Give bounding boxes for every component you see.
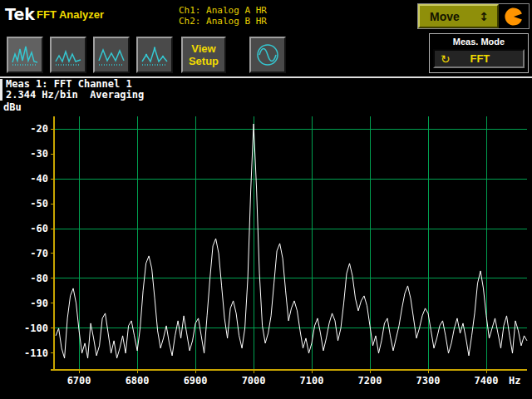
display-view-button-4[interactable] <box>136 37 173 73</box>
waveform-view-2-icon <box>54 43 82 66</box>
y-tick-label: -20 <box>30 123 48 135</box>
y-tick-label: -60 <box>30 223 48 234</box>
meas-mode-value: FFT <box>451 52 510 65</box>
view-setup-button[interactable]: View Setup <box>181 37 226 73</box>
x-tick-label: 7300 <box>416 375 441 387</box>
y-tick-label: -90 <box>30 298 48 309</box>
signal-source-button[interactable] <box>249 37 286 73</box>
x-tick-label: 7400 <box>475 375 499 387</box>
meas-mode-panel: Meas. Mode ↻ FFT <box>429 33 529 73</box>
ch2-label: Ch2: Analog B HR <box>179 16 267 27</box>
move-label: Move <box>430 10 479 23</box>
meas-mode-label: Meas. Mode <box>430 37 528 47</box>
x-tick-label: 7000 <box>242 375 266 387</box>
x-unit-label: Hz <box>509 375 520 387</box>
view-setup-label-line2: Setup <box>189 55 219 67</box>
cycle-icon: ↻ <box>441 53 451 65</box>
fft-analyzer-screen: Tek FFT Analyzer Ch1: Analog A HR Ch2: A… <box>0 0 532 399</box>
topbar: Tek FFT Analyzer Ch1: Analog A HR Ch2: A… <box>0 0 532 32</box>
measurement-header: Meas 1: FFT Channel 1 2.344 Hz/bin Avera… <box>0 79 144 101</box>
chart-section: -20-30-40-50-60-70-80-90-100-11067006800… <box>0 78 532 399</box>
ch1-label: Ch1: Analog A HR <box>179 5 267 16</box>
rotary-knob-icon <box>503 6 525 27</box>
x-tick-label: 6900 <box>184 375 208 387</box>
view-setup-label-line1: View <box>191 42 215 55</box>
waveform-view-4-icon <box>140 43 169 66</box>
y-unit-label: dBu <box>3 101 22 113</box>
y-tick-label: -50 <box>30 198 48 209</box>
x-tick-label: 7200 <box>358 375 382 387</box>
spectrum-plot: -20-30-40-50-60-70-80-90-100-11067006800… <box>0 78 532 399</box>
y-tick-label: -40 <box>30 173 48 185</box>
move-button[interactable]: Move ↕ <box>418 4 499 28</box>
meas-mode-button[interactable]: ↻ FFT <box>433 49 525 68</box>
app-title: FFT Analyzer <box>37 8 104 21</box>
y-tick-label: -30 <box>30 148 48 160</box>
y-tick-label: -80 <box>30 273 48 284</box>
y-tick-label: -70 <box>30 248 48 259</box>
display-view-button-3[interactable] <box>93 37 130 73</box>
up-down-arrows-icon: ↕ <box>479 10 489 23</box>
fft-trace <box>56 124 527 358</box>
x-tick-label: 6700 <box>67 375 91 387</box>
tek-logo: Tek <box>5 5 35 23</box>
x-tick-label: 7100 <box>300 375 324 387</box>
sine-wave-icon <box>254 42 281 68</box>
waveform-view-3-icon <box>97 43 126 66</box>
x-tick-label: 6800 <box>126 375 150 387</box>
y-tick-label: -110 <box>24 347 48 359</box>
move-control: Move ↕ <box>417 3 530 29</box>
knob-indicator[interactable] <box>499 4 529 28</box>
toolbar: View Setup Meas. Mode ↻ FFT <box>0 32 532 76</box>
measurement-subtitle: 2.344 Hz/bin Averaging <box>6 90 144 101</box>
channel-info: Ch1: Analog A HR Ch2: Analog B HR <box>179 5 267 27</box>
display-view-button-1[interactable] <box>7 37 43 73</box>
waveform-view-1-icon <box>11 43 39 66</box>
display-view-button-2[interactable] <box>50 37 86 73</box>
y-tick-label: -100 <box>24 323 48 334</box>
